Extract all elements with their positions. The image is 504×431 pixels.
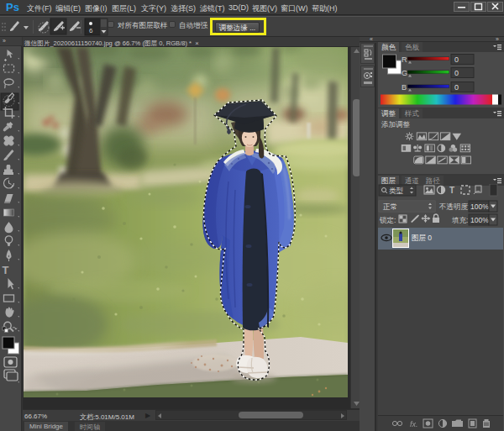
svg-text:填充:: 填充: (451, 216, 468, 224)
svg-text:0: 0 (454, 55, 459, 64)
svg-text:不透明度:: 不透明度: (438, 202, 470, 211)
svg-text:100%: 100% (470, 202, 489, 211)
svg-text:0: 0 (454, 83, 459, 92)
svg-text:T: T (449, 186, 454, 195)
svg-text:0: 0 (454, 69, 459, 77)
svg-text:锁定:: 锁定: (379, 216, 396, 224)
svg-text:100%: 100% (470, 216, 489, 224)
svg-text:B: B (402, 83, 407, 92)
svg-text:R: R (402, 55, 407, 64)
svg-text:正常: 正常 (383, 202, 397, 211)
svg-text:fx.: fx. (410, 420, 418, 428)
svg-text:6: 6 (89, 27, 93, 34)
svg-text:类型: 类型 (389, 187, 404, 195)
svg-text:T: T (3, 264, 9, 276)
svg-text:G: G (402, 69, 407, 77)
